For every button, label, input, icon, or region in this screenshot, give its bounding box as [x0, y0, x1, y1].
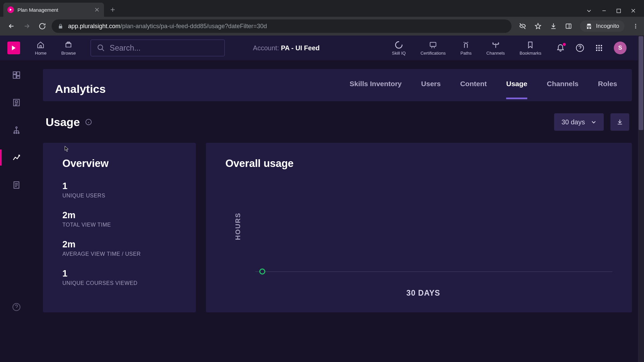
- chart-area: HOURS: [225, 181, 612, 272]
- stat-unique-courses: 1 UNIQUE COURSES VIEWED: [62, 268, 176, 286]
- tab-usage[interactable]: Usage: [506, 80, 527, 99]
- svg-point-3: [635, 26, 636, 27]
- scrollbar[interactable]: [638, 36, 644, 362]
- svg-rect-6: [430, 42, 436, 46]
- tab-close-icon[interactable]: [94, 7, 100, 13]
- overview-title: Overview: [62, 158, 176, 170]
- sidebar-help-icon[interactable]: [7, 300, 25, 314]
- channels-icon: [491, 41, 500, 49]
- stat-unique-users: 1 UNIQUE USERS: [62, 181, 176, 199]
- nav-paths[interactable]: Paths: [461, 41, 472, 56]
- overall-usage-card: Overall usage HOURS 30 DAYS: [206, 143, 632, 312]
- nav-channels[interactable]: Channels: [486, 41, 505, 56]
- tab-bar: Plan Management: [0, 0, 644, 17]
- avatar[interactable]: S: [614, 42, 627, 54]
- svg-rect-15: [598, 50, 600, 51]
- y-axis-label: HOURS: [234, 213, 242, 240]
- incognito-label: Incognito: [596, 23, 619, 29]
- svg-rect-13: [601, 47, 602, 49]
- tab-title: Plan Management: [17, 7, 91, 13]
- eye-off-icon[interactable]: [519, 22, 526, 30]
- sidebar-item-dashboard[interactable]: [7, 68, 25, 82]
- tab-roles[interactable]: Roles: [598, 80, 617, 99]
- svg-point-23: [16, 127, 17, 128]
- svg-rect-9: [598, 45, 600, 46]
- minimize-icon[interactable]: [602, 8, 606, 14]
- svg-rect-11: [596, 47, 597, 49]
- svg-point-4: [635, 27, 636, 28]
- tab-search-icon[interactable]: [586, 8, 592, 15]
- sidebar-item-analytics[interactable]: [7, 151, 25, 164]
- usage-title: Usage: [46, 116, 80, 129]
- forward-button[interactable]: [21, 20, 33, 32]
- mouse-cursor: [64, 146, 69, 152]
- chart-plot: [255, 181, 612, 272]
- sidebar-item-account[interactable]: [7, 96, 25, 109]
- svg-point-26: [18, 132, 19, 133]
- tab-users[interactable]: Users: [421, 80, 441, 99]
- nav-browse[interactable]: Browse: [61, 41, 76, 56]
- analytics-title: Analytics: [55, 82, 106, 96]
- kebab-menu-icon[interactable]: [633, 23, 639, 29]
- svg-rect-8: [596, 45, 597, 46]
- content-area: Analytics Skills Inventory Users Content…: [33, 60, 644, 322]
- chart-data-point: [259, 268, 265, 275]
- x-axis-label: 30 DAYS: [225, 289, 612, 298]
- svg-rect-17: [13, 72, 16, 74]
- overview-card: Overview 1 UNIQUE USERS 2m TOTAL VIEW TI…: [43, 143, 196, 312]
- home-icon: [36, 41, 45, 49]
- url-text: app.pluralsight.com/plan-analytics/pa-ui…: [68, 23, 267, 30]
- usage-header: Usage 30 days: [43, 113, 632, 131]
- notification-dot: [563, 43, 566, 46]
- chart-title: Overall usage: [225, 158, 612, 170]
- reload-button[interactable]: [36, 20, 48, 32]
- browser-tab[interactable]: Plan Management: [3, 3, 104, 17]
- browse-icon: [64, 41, 73, 49]
- app-logo[interactable]: [7, 42, 20, 54]
- incognito-icon: [585, 22, 593, 30]
- address-bar: app.pluralsight.com/plan-analytics/pa-ui…: [0, 17, 644, 36]
- search-placeholder: Search...: [110, 44, 141, 53]
- download-icon[interactable]: [550, 22, 557, 30]
- search-input[interactable]: Search...: [91, 40, 225, 56]
- skill-iq-icon: [394, 41, 403, 49]
- apps-grid-icon[interactable]: [595, 44, 603, 52]
- svg-rect-12: [598, 47, 600, 49]
- tab-content[interactable]: Content: [460, 80, 487, 99]
- sidebar-item-people[interactable]: [7, 123, 25, 137]
- nav-certifications[interactable]: Certifications: [421, 41, 446, 56]
- url-field[interactable]: app.pluralsight.com/plan-analytics/pa-ui…: [52, 19, 512, 33]
- tab-channels[interactable]: Channels: [547, 80, 579, 99]
- nav-skill-iq[interactable]: Skill IQ: [392, 41, 406, 56]
- star-icon[interactable]: [534, 22, 542, 30]
- maximize-icon[interactable]: [616, 8, 621, 14]
- lock-icon: [58, 23, 63, 29]
- tab-skills-inventory[interactable]: Skills Inventory: [350, 80, 401, 99]
- svg-rect-0: [617, 9, 621, 13]
- chevron-down-icon: [591, 119, 596, 125]
- side-panel-icon[interactable]: [565, 23, 572, 29]
- scrollbar-thumb[interactable]: [639, 36, 643, 130]
- back-button[interactable]: [5, 20, 17, 32]
- incognito-indicator[interactable]: Incognito: [580, 20, 625, 32]
- download-button[interactable]: [610, 113, 629, 131]
- nav-home[interactable]: Home: [35, 41, 47, 56]
- stat-avg-view-time: 2m AVERAGE VIEW TIME / USER: [62, 239, 176, 257]
- date-filter-dropdown[interactable]: 30 days: [554, 113, 604, 131]
- svg-rect-1: [566, 24, 571, 28]
- sidebar: [0, 60, 33, 322]
- close-window-icon[interactable]: [631, 8, 636, 14]
- nav-bookmarks[interactable]: Bookmarks: [520, 41, 541, 56]
- analytics-header: Analytics Skills Inventory Users Content…: [43, 69, 632, 101]
- help-icon[interactable]: [576, 44, 584, 52]
- analytics-tabs: Skills Inventory Users Content Usage Cha…: [350, 76, 617, 101]
- app-top-bar: Home Browse Search... Account: PA - UI F…: [0, 36, 644, 60]
- notifications-icon[interactable]: [556, 44, 565, 52]
- svg-rect-20: [17, 76, 20, 78]
- new-tab-button[interactable]: [107, 4, 119, 16]
- info-icon[interactable]: [85, 119, 92, 125]
- svg-rect-19: [13, 75, 16, 78]
- date-filter-label: 30 days: [561, 118, 585, 126]
- sidebar-item-log[interactable]: [7, 178, 25, 192]
- certifications-icon: [429, 41, 437, 49]
